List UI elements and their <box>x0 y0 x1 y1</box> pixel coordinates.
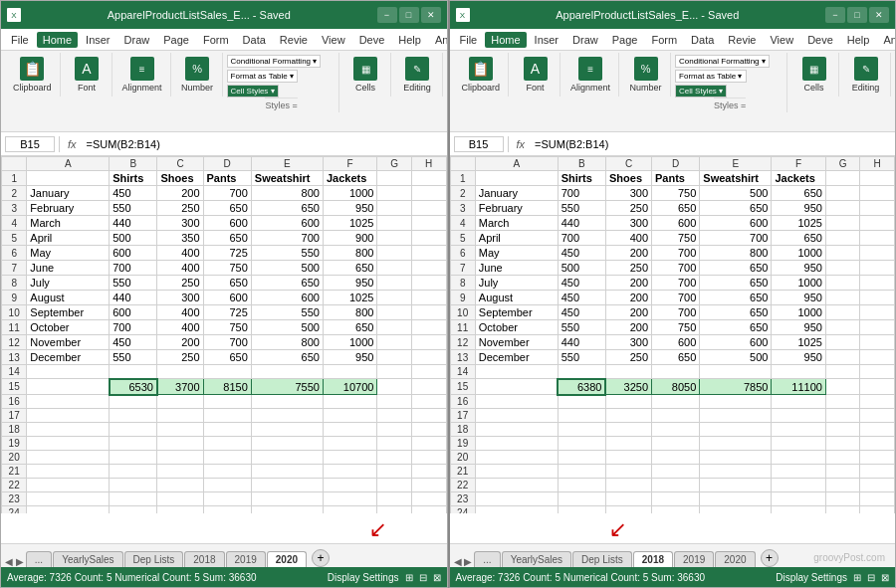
right-menu-insert[interactable]: Inser <box>529 32 564 48</box>
cell-r5-c6[interactable] <box>377 231 412 246</box>
cell-r16-c1[interactable] <box>110 395 157 409</box>
cell-r5-c7[interactable] <box>411 231 446 246</box>
cell-r18-c6[interactable] <box>377 423 412 437</box>
col-h[interactable]: H <box>411 157 446 171</box>
cells-btn[interactable]: ▦ Cells <box>347 55 383 95</box>
cell-r5-c0[interactable]: April <box>27 231 110 246</box>
cell-r6-c6[interactable] <box>825 246 860 261</box>
cell-r2-c0[interactable]: January <box>27 186 110 201</box>
cell-r4-c2[interactable]: 300 <box>157 216 203 231</box>
cell-r3-c7[interactable] <box>411 201 446 216</box>
editing-btn[interactable]: ✎ Editing <box>399 55 435 95</box>
cell-r14-c5[interactable] <box>772 365 826 379</box>
cell-r19-c2[interactable] <box>605 437 651 451</box>
right-menu-view[interactable]: View <box>764 32 799 48</box>
cell-r11-c1[interactable]: 700 <box>110 320 157 335</box>
cell-r12-c3[interactable]: 700 <box>203 335 251 350</box>
cell-r16-c6[interactable] <box>825 395 860 409</box>
cell-r18-c3[interactable] <box>203 423 251 437</box>
row-header-17[interactable]: 17 <box>2 409 27 423</box>
cell-r6-c4[interactable]: 800 <box>700 246 772 261</box>
cell-r1-c5[interactable]: Jackets <box>323 171 377 186</box>
right-clipboard-btn[interactable]: 📋 Clipboard <box>458 55 505 95</box>
cell-r9-c5[interactable]: 1025 <box>323 291 377 305</box>
right-col-b[interactable]: B <box>558 157 605 171</box>
right-col-h[interactable]: H <box>860 157 895 171</box>
cell-r20-c3[interactable] <box>652 451 700 465</box>
cell-r19-c6[interactable] <box>825 437 860 451</box>
cell-r7-c0[interactable]: June <box>475 261 558 276</box>
cell-r9-c1[interactable]: 440 <box>110 291 157 305</box>
row-header-10[interactable]: 10 <box>450 305 475 320</box>
right-format-table-btn[interactable]: Format as Table ▾ <box>675 70 746 83</box>
right-tab-yearly[interactable]: YearlySales <box>502 551 571 567</box>
cell-r11-c5[interactable]: 950 <box>772 320 826 335</box>
cell-r9-c3[interactable]: 600 <box>203 291 251 305</box>
cell-r14-c1[interactable] <box>558 365 605 379</box>
right-add-tab-btn[interactable]: + <box>761 549 779 567</box>
cell-r10-c5[interactable]: 1000 <box>772 305 826 320</box>
cell-r19-c5[interactable] <box>772 437 826 451</box>
cell-r20-c3[interactable] <box>203 451 251 465</box>
col-c[interactable]: C <box>157 157 203 171</box>
right-menu-dev[interactable]: Deve <box>801 32 839 48</box>
cell-r2-c7[interactable] <box>411 186 446 201</box>
menu-home[interactable]: Home <box>37 32 78 48</box>
cell-r14-c0[interactable] <box>475 365 558 379</box>
right-display-settings-btn[interactable]: Display Settings <box>776 572 847 583</box>
cell-r14-c5[interactable] <box>323 365 377 379</box>
cell-r5-c4[interactable]: 700 <box>251 231 323 246</box>
cell-r3-c6[interactable] <box>825 201 860 216</box>
right-menu-data[interactable]: Data <box>685 32 720 48</box>
right-tab-2018[interactable]: 2018 <box>633 551 673 567</box>
cell-r18-c0[interactable] <box>27 423 110 437</box>
row-header-12[interactable]: 12 <box>450 335 475 350</box>
cell-r2-c4[interactable]: 500 <box>700 186 772 201</box>
cell-r20-c0[interactable] <box>27 451 110 465</box>
cell-r17-c7[interactable] <box>411 409 446 423</box>
cell-r2-c1[interactable]: 700 <box>558 186 605 201</box>
menu-review[interactable]: Revie <box>274 32 314 48</box>
cell-r1-c1[interactable]: Shirts <box>110 171 157 186</box>
cell-r6-c6[interactable] <box>377 246 412 261</box>
cell-r7-c5[interactable]: 650 <box>323 261 377 276</box>
cell-r4-c6[interactable] <box>825 216 860 231</box>
row-header-18[interactable]: 18 <box>2 423 27 437</box>
right-col-e[interactable]: E <box>700 157 772 171</box>
cell-r1-c4[interactable]: Sweatshirt <box>700 171 772 186</box>
cell-r4-c5[interactable]: 1025 <box>323 216 377 231</box>
cell-r7-c3[interactable]: 700 <box>652 261 700 276</box>
row-header-3[interactable]: 3 <box>450 201 475 216</box>
cell-r16-c0[interactable] <box>475 395 558 409</box>
cell-r23-c7[interactable] <box>860 492 895 506</box>
cell-r4-c7[interactable] <box>860 216 895 231</box>
right-cell-ref[interactable] <box>454 136 504 152</box>
right-menu-anal[interactable]: Anal <box>877 32 896 48</box>
view-layout-icon[interactable]: ⊟ <box>419 572 427 583</box>
cell-r4-c7[interactable] <box>411 216 446 231</box>
row-header-6[interactable]: 6 <box>450 246 475 261</box>
cell-r20-c7[interactable] <box>411 451 446 465</box>
cell-r5-c0[interactable]: April <box>475 231 558 246</box>
cell-r24-c6[interactable] <box>825 506 860 514</box>
cell-r21-c7[interactable] <box>411 465 446 479</box>
cell-r6-c2[interactable]: 200 <box>605 246 651 261</box>
row-header-23[interactable]: 23 <box>2 492 27 506</box>
cell-r18-c3[interactable] <box>652 423 700 437</box>
right-cond-format-btn[interactable]: Conditional Formatting ▾ <box>675 55 770 68</box>
cell-r2-c1[interactable]: 450 <box>110 186 157 201</box>
cell-r10-c0[interactable]: September <box>27 305 110 320</box>
cell-r22-c4[interactable] <box>251 479 323 492</box>
cell-r10-c7[interactable] <box>860 305 895 320</box>
cell-r14-c1[interactable] <box>110 365 157 379</box>
cell-r16-c1[interactable] <box>558 395 605 409</box>
cell-r7-c6[interactable] <box>377 261 412 276</box>
format-table-btn[interactable]: Format as Table ▾ <box>227 70 298 83</box>
cell-r11-c4[interactable]: 650 <box>700 320 772 335</box>
cell-r14-c0[interactable] <box>27 365 110 379</box>
cell-r21-c5[interactable] <box>772 465 826 479</box>
cell-r8-c5[interactable]: 1000 <box>772 276 826 291</box>
cell-r3-c0[interactable]: February <box>475 201 558 216</box>
font-btn[interactable]: A Font <box>69 55 105 95</box>
col-f[interactable]: F <box>323 157 377 171</box>
